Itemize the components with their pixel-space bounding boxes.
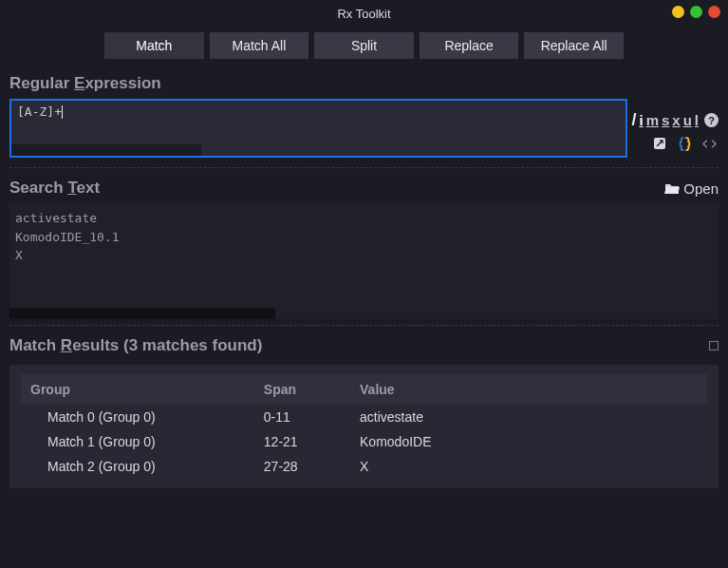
- open-label: Open: [683, 180, 719, 197]
- flag-s[interactable]: s: [662, 112, 669, 128]
- col-group[interactable]: Group: [21, 374, 254, 405]
- results-header-row: Group Span Value: [21, 374, 707, 405]
- help-icon[interactable]: ?: [704, 113, 719, 127]
- table-row[interactable]: Match 0 (Group 0) 0-11 activestate: [21, 405, 707, 429]
- slash-icon: /: [631, 110, 636, 130]
- regex-label-pre: Regular: [9, 74, 74, 92]
- results-label-post: esults (3 matches found): [72, 336, 262, 354]
- flag-u[interactable]: u: [683, 112, 692, 128]
- flag-x[interactable]: x: [672, 112, 680, 128]
- cell-value: KomodoIDE: [350, 429, 707, 454]
- results-panel: Group Span Value Match 0 (Group 0) 0-11 …: [9, 365, 719, 488]
- tab-match[interactable]: Match: [104, 32, 204, 59]
- maximize-icon[interactable]: [690, 6, 702, 18]
- window-title: Rx Toolkit: [337, 7, 390, 21]
- search-text-title: Search Text Open: [0, 173, 728, 203]
- search-text-scrollbar[interactable]: [9, 308, 275, 319]
- window-controls: [672, 6, 720, 18]
- code-icon[interactable]: [701, 136, 717, 151]
- regex-mini-icons: [652, 136, 719, 151]
- cell-group: Match 0 (Group 0): [21, 405, 254, 429]
- stop-icon[interactable]: [709, 341, 719, 350]
- tab-replace[interactable]: Replace: [420, 32, 519, 59]
- popout-icon[interactable]: [652, 136, 667, 151]
- cell-span: 27-28: [254, 454, 350, 479]
- open-file-button[interactable]: Open: [664, 180, 719, 197]
- section-divider-1: [9, 167, 719, 169]
- tab-replace-all[interactable]: Replace All: [524, 32, 624, 59]
- regex-area: [A-Z]+ / i m s x u l ?: [0, 99, 728, 163]
- regex-label-underline: E: [74, 74, 84, 92]
- regex-label-post: xpression: [84, 74, 160, 92]
- table-row[interactable]: Match 2 (Group 0) 27-28 X: [21, 454, 707, 479]
- regex-side-controls: / i m s x u l ?: [631, 99, 719, 151]
- regex-scrollbar[interactable]: [11, 144, 201, 156]
- cell-value: X: [350, 454, 707, 479]
- results-label-underline: R: [61, 336, 72, 354]
- cell-group: Match 1 (Group 0): [21, 429, 254, 454]
- cell-group: Match 2 (Group 0): [21, 454, 254, 479]
- section-divider-2: [9, 325, 719, 327]
- regex-section-title: Regular Expression: [0, 68, 728, 99]
- titlebar: Rx Toolkit: [0, 0, 728, 27]
- search-text-content: activestate KomodoIDE_10.1 X: [15, 211, 120, 262]
- close-icon[interactable]: [708, 6, 720, 18]
- table-row[interactable]: Match 1 (Group 0) 12-21 KomodoIDE: [21, 429, 707, 454]
- search-text-input[interactable]: activestate KomodoIDE_10.1 X: [9, 203, 719, 319]
- search-label-underline: T: [67, 179, 76, 197]
- results-table: Group Span Value Match 0 (Group 0) 0-11 …: [21, 374, 707, 479]
- flag-l[interactable]: l: [695, 112, 699, 128]
- regex-input[interactable]: [A-Z]+: [9, 99, 627, 158]
- folder-open-icon: [664, 181, 680, 195]
- results-title: Match Results (3 matches found): [0, 331, 728, 361]
- regex-flags: / i m s x u l ?: [631, 110, 719, 130]
- col-span[interactable]: Span: [254, 374, 350, 405]
- text-cursor: [62, 105, 63, 119]
- minimize-icon[interactable]: [672, 6, 684, 18]
- results-label-pre: Match: [9, 336, 61, 354]
- mode-tabs: Match Match All Split Replace Replace Al…: [0, 27, 728, 68]
- flag-i[interactable]: i: [639, 112, 643, 128]
- tab-match-all[interactable]: Match All: [210, 32, 309, 59]
- tab-split[interactable]: Split: [314, 32, 414, 59]
- search-label-pre: Search: [9, 179, 67, 197]
- search-label-post: ext: [77, 179, 101, 197]
- flag-m[interactable]: m: [646, 112, 659, 128]
- col-value[interactable]: Value: [350, 374, 707, 405]
- cell-span: 0-11: [254, 405, 350, 429]
- language-icon[interactable]: [677, 136, 692, 151]
- cell-span: 12-21: [254, 429, 350, 454]
- cell-value: activestate: [350, 405, 707, 429]
- regex-pattern-text: [A-Z]+: [17, 104, 62, 119]
